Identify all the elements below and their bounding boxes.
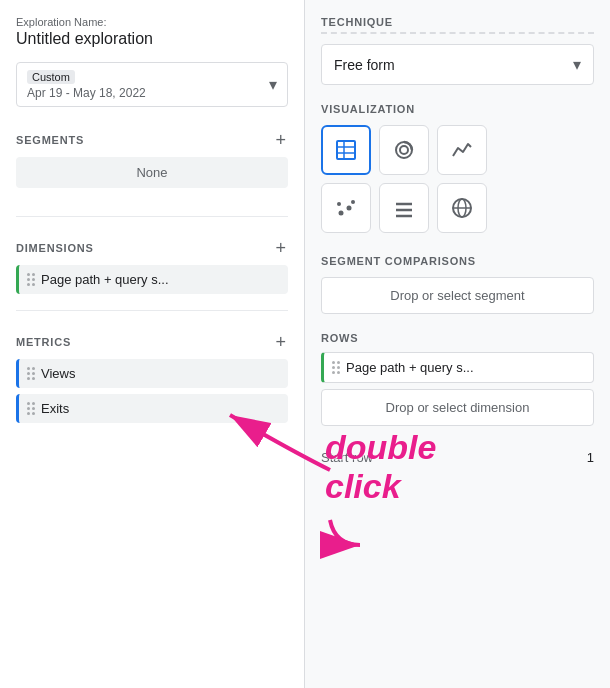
exploration-name-value: Untitled exploration xyxy=(16,30,288,48)
rows-item-label: Page path + query s... xyxy=(346,360,585,375)
date-custom-label: Custom xyxy=(27,70,75,84)
metrics-section-header: METRICS + xyxy=(16,333,288,351)
svg-point-6 xyxy=(339,211,344,216)
viz-line-button[interactable] xyxy=(437,125,487,175)
drop-dimension-zone[interactable]: Drop or select dimension xyxy=(321,389,594,426)
drag-handle-icon xyxy=(27,402,35,415)
segments-add-button[interactable]: + xyxy=(273,131,288,149)
segment-comparisons-title: SEGMENT COMPARISONS xyxy=(321,255,594,267)
dimension-label: Page path + query s... xyxy=(41,272,280,287)
date-range-text: Apr 19 - May 18, 2022 xyxy=(27,86,146,100)
right-panel: TECHNIQUE Free form ▾ VISUALIZATION xyxy=(305,0,610,688)
viz-table-button[interactable] xyxy=(321,125,371,175)
visualization-title: VISUALIZATION xyxy=(321,103,594,115)
metric-label-views: Views xyxy=(41,366,280,381)
segments-title: SEGMENTS xyxy=(16,134,84,146)
metric-label-exits: Exits xyxy=(41,401,280,416)
dimensions-add-button[interactable]: + xyxy=(273,239,288,257)
metrics-divider xyxy=(16,310,288,311)
viz-globe-button[interactable] xyxy=(437,183,487,233)
start-row-value: 1 xyxy=(587,450,594,465)
segments-section-header: SEGMENTS + xyxy=(16,131,288,149)
viz-scatter-button[interactable] xyxy=(321,183,371,233)
metric-item-exits[interactable]: Exits xyxy=(16,394,288,423)
technique-title: TECHNIQUE xyxy=(321,16,594,34)
drag-handle-icon xyxy=(27,367,35,380)
drag-handle-icon xyxy=(332,361,340,374)
viz-donut-button[interactable] xyxy=(379,125,429,175)
rows-title: ROWS xyxy=(321,332,594,344)
technique-value: Free form xyxy=(334,57,395,73)
drop-segment-zone[interactable]: Drop or select segment xyxy=(321,277,594,314)
technique-chevron-icon: ▾ xyxy=(573,55,581,74)
svg-point-7 xyxy=(347,206,352,211)
svg-point-8 xyxy=(337,202,341,206)
dimensions-section-header: DIMENSIONS + xyxy=(16,239,288,257)
left-panel: Exploration Name: Untitled exploration C… xyxy=(0,0,305,688)
rows-item-0[interactable]: Page path + query s... xyxy=(321,352,594,383)
date-chevron-icon: ▾ xyxy=(269,75,277,94)
segments-none: None xyxy=(16,157,288,188)
start-row-section: Start row 1 xyxy=(321,442,594,465)
drag-handle-icon xyxy=(27,273,35,286)
metrics-title: METRICS xyxy=(16,336,71,348)
svg-point-9 xyxy=(351,200,355,204)
viz-bar-button[interactable] xyxy=(379,183,429,233)
metrics-add-button[interactable]: + xyxy=(273,333,288,351)
exploration-name-label: Exploration Name: xyxy=(16,16,288,28)
svg-rect-0 xyxy=(337,141,355,159)
start-row-label: Start row xyxy=(321,450,373,465)
date-range-selector[interactable]: Custom Apr 19 - May 18, 2022 ▾ xyxy=(16,62,288,107)
metric-item-views[interactable]: Views xyxy=(16,359,288,388)
dimensions-divider xyxy=(16,216,288,217)
visualization-grid xyxy=(321,125,594,233)
svg-point-5 xyxy=(400,146,408,154)
dimension-item-0[interactable]: Page path + query s... xyxy=(16,265,288,294)
technique-selector[interactable]: Free form ▾ xyxy=(321,44,594,85)
dimensions-title: DIMENSIONS xyxy=(16,242,94,254)
